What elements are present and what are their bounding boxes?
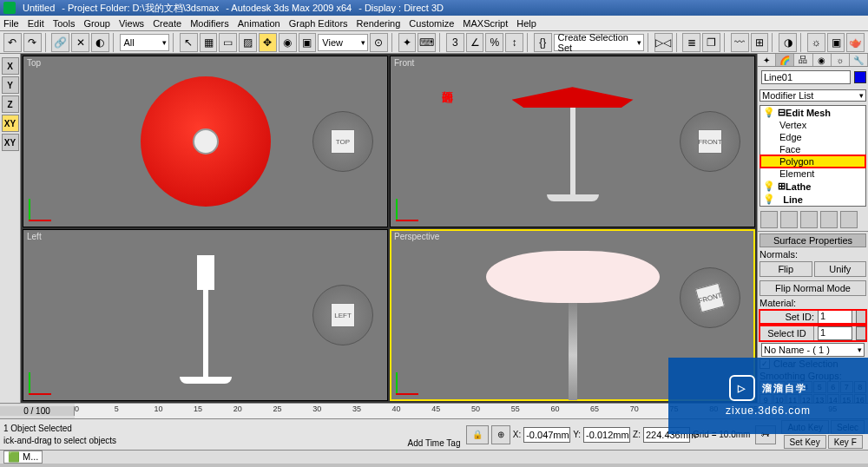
flip-button[interactable]: Flip [760, 261, 812, 277]
motion-tab[interactable]: ◉ [813, 54, 832, 66]
menu-file[interactable]: File [3, 18, 19, 29]
menu-customize[interactable]: Customize [409, 18, 454, 29]
spinner-snap-button[interactable]: ↕ [505, 33, 523, 52]
link-button[interactable]: 🔗 [51, 33, 69, 52]
make-unique-button[interactable] [800, 211, 818, 228]
menu-grapheditors[interactable]: Graph Editors [289, 18, 348, 29]
align-button[interactable]: ≣ [682, 33, 700, 52]
axis-xy2-button[interactable]: XY [2, 134, 19, 151]
selection-filter-dropdown[interactable]: All [120, 34, 170, 51]
absolute-transform-button[interactable]: ⊕ [491, 425, 510, 444]
axis-widget-icon [29, 369, 55, 395]
hierarchy-tab[interactable]: 品 [794, 54, 812, 66]
menu-edit[interactable]: Edit [28, 18, 44, 29]
unlink-button[interactable]: ✕ [71, 33, 89, 52]
menu-maxscript[interactable]: MAXScript [463, 18, 508, 29]
stack-edge[interactable]: Edge [760, 131, 865, 143]
viewport-left[interactable]: Left LEFT [23, 229, 388, 401]
percent-snap-button[interactable]: % [485, 33, 503, 52]
object-color-swatch[interactable] [854, 71, 866, 83]
material-editor-button[interactable]: ◑ [779, 33, 797, 52]
stack-polygon[interactable]: Polygon [760, 155, 865, 168]
viewport-top[interactable]: Top TOP [23, 56, 388, 227]
keyboard-shortcut-button[interactable]: ⌨ [418, 33, 436, 52]
axis-z-button[interactable]: Z [2, 95, 19, 113]
stack-element[interactable]: Element [760, 168, 865, 180]
select-name-button[interactable]: ▦ [200, 33, 218, 52]
surface-props-rollout[interactable]: Surface Properties [760, 234, 866, 247]
y-input[interactable]: -0.012mm [583, 427, 630, 443]
set-id-spinner[interactable] [856, 310, 866, 324]
undo-button[interactable]: ↶ [3, 33, 22, 52]
axis-xy-button[interactable]: XY [2, 115, 19, 132]
create-tab[interactable]: ✦ [758, 54, 776, 66]
menu-group[interactable]: Group [83, 18, 110, 29]
modifier-stack[interactable]: 💡 ⊟ Edit Mesh Vertex Edge Face Polygon E… [760, 105, 866, 207]
snap-button[interactable]: 3 [446, 33, 464, 52]
layers-button[interactable]: ❐ [702, 33, 720, 52]
select-id-button[interactable]: Select ID [760, 326, 814, 341]
modifier-list-dropdown[interactable]: Modifier List [760, 89, 866, 102]
viewport-front[interactable]: Front 选择的面 FRONT [390, 56, 755, 227]
viewcube-front[interactable]: FRONT [680, 111, 740, 172]
select-scale-button[interactable]: ▣ [299, 33, 317, 52]
select-manipulate-button[interactable]: ✦ [398, 33, 417, 52]
mirror-button[interactable]: ▷◁ [654, 33, 673, 52]
configure-sets-button[interactable] [840, 211, 858, 228]
remove-modifier-button[interactable] [820, 211, 838, 228]
select-move-button[interactable]: ✥ [259, 33, 277, 52]
menu-help[interactable]: Help [516, 18, 536, 29]
select-rotate-button[interactable]: ◉ [279, 33, 297, 52]
unify-button[interactable]: Unify [814, 261, 867, 277]
x-input[interactable]: -0.047mm [523, 427, 570, 443]
stack-face[interactable]: Face [760, 143, 865, 155]
timeline-head[interactable]: 0 / 100 [0, 406, 75, 416]
stack-vertex[interactable]: Vertex [760, 119, 865, 131]
select-rect-button[interactable]: ▭ [219, 33, 237, 52]
select-id-input[interactable]: 1 [818, 326, 852, 340]
menu-animation[interactable]: Animation [238, 18, 280, 29]
refcoord-dropdown[interactable]: View [318, 34, 368, 51]
taskbar-app[interactable]: 🟩 M... [3, 451, 43, 464]
material-name-dropdown[interactable]: No Name - ( 1 ) [761, 343, 865, 357]
pin-stack-button[interactable] [760, 211, 778, 228]
menu-create[interactable]: Create [153, 18, 181, 29]
angle-snap-button[interactable]: ∠ [466, 33, 484, 52]
set-id-input[interactable]: 1 [818, 310, 852, 324]
object-name-input[interactable]: Line01 [761, 70, 851, 84]
window-crossing-button[interactable]: ▨ [239, 33, 257, 52]
keyfilters-button[interactable]: Key F [828, 435, 863, 449]
viewcube-top[interactable]: TOP [312, 111, 373, 172]
pivot-button[interactable]: ⊙ [370, 33, 388, 52]
select-button[interactable]: ↖ [180, 33, 198, 52]
stack-editmesh[interactable]: 💡 ⊟ Edit Mesh [760, 106, 865, 119]
modify-tab[interactable]: 🌈 [776, 54, 794, 66]
axis-y-button[interactable]: Y [2, 76, 19, 94]
show-result-button[interactable] [780, 211, 798, 228]
named-selset-dropdown[interactable]: Create Selection Set [554, 34, 644, 51]
add-time-tag[interactable]: Add Time Tag [408, 438, 461, 448]
render-button[interactable]: 🫖 [846, 33, 865, 52]
lock-selection-button[interactable]: 🔒 [466, 425, 489, 444]
select-id-spinner[interactable] [856, 326, 866, 340]
menu-tools[interactable]: Tools [53, 18, 76, 29]
menu-views[interactable]: Views [119, 18, 144, 29]
redo-button[interactable]: ↷ [23, 33, 42, 52]
flip-normal-mode-button[interactable]: Flip Normal Mode [760, 280, 866, 296]
menu-rendering[interactable]: Rendering [357, 18, 401, 29]
utilities-tab[interactable]: 🔧 [850, 54, 868, 66]
display-tab[interactable]: ☼ [832, 54, 850, 66]
menu-modifiers[interactable]: Modifiers [190, 18, 229, 29]
render-frame-button[interactable]: ▣ [827, 33, 845, 52]
named-selset-button[interactable]: {} [534, 33, 552, 52]
stack-line[interactable]: 💡 Line [760, 193, 865, 206]
render-setup-button[interactable]: ☼ [807, 33, 825, 52]
schematic-view-button[interactable]: ⊞ [751, 33, 769, 52]
curve-editor-button[interactable]: 〰 [731, 33, 749, 52]
setkey-button[interactable]: Set Key [784, 435, 826, 449]
axis-x-button[interactable]: X [2, 57, 19, 75]
bind-button[interactable]: ◐ [91, 33, 109, 52]
viewcube-left[interactable]: LEFT [312, 285, 373, 345]
viewcube-persp[interactable]: FRONT [680, 267, 740, 328]
stack-lathe[interactable]: 💡 ⊞ Lathe [760, 180, 865, 193]
